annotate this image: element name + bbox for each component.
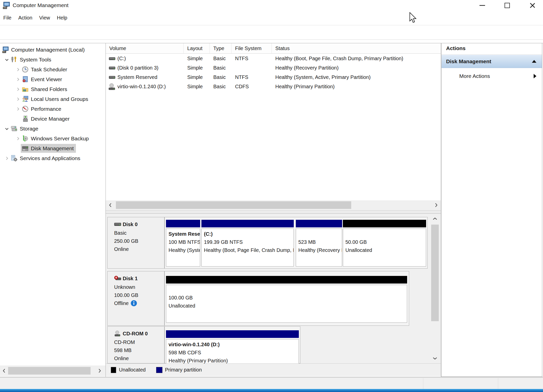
disk0-partition-region: System Reserved 100 MB NTFS Healthy (Sys… — [164, 217, 428, 269]
drive-icon — [109, 75, 115, 80]
column-header-layout[interactable]: Layout — [184, 43, 210, 53]
partition-c[interactable]: (C:) 199.39 GB NTFS Healthy (Boot, Page … — [201, 217, 294, 268]
expander-collapsed-icon[interactable] — [3, 155, 11, 162]
volume-type: Basic — [213, 82, 231, 91]
expander-expanded-icon[interactable] — [3, 56, 11, 63]
partition-unallocated-100gb[interactable]: 100.00 GB Unallocated — [166, 271, 407, 325]
disk1-partition-region: 100.00 GB Unallocated — [164, 271, 409, 326]
volume-status: Healthy (Recovery Partition) — [275, 63, 441, 73]
column-header-file-system[interactable]: File System — [232, 43, 272, 53]
scroll-right-icon[interactable] — [96, 366, 103, 375]
expander-collapsed-icon[interactable] — [14, 66, 22, 73]
menu-view[interactable]: View — [39, 15, 50, 21]
tree-item-task-scheduler[interactable]: Task Scheduler — [14, 64, 106, 74]
expander-collapsed-icon[interactable] — [14, 135, 22, 142]
scroll-left-icon[interactable] — [1, 366, 8, 375]
column-header-volume[interactable]: Volume — [106, 43, 184, 53]
system-tools-icon — [11, 56, 17, 63]
partition-color-bar — [296, 220, 342, 227]
tree-item-shared-folders[interactable]: Shared Folders — [14, 84, 106, 94]
disk-size: 100.00 GB — [114, 291, 164, 299]
volume-layout: Simple — [187, 73, 210, 82]
tree-item-label: Computer Management (Local) — [11, 47, 85, 53]
actions-section-disk-management[interactable]: Disk Management — [442, 55, 542, 68]
volume-fs: CDFS — [235, 82, 272, 91]
tree-item-performance[interactable]: Performance — [14, 104, 106, 114]
partition-recovery[interactable]: 523 MB Healthy (Recovery Partition) — [296, 217, 342, 268]
expander-collapsed-icon[interactable] — [14, 86, 22, 93]
tree-item-storage[interactable]: Storage — [3, 124, 106, 134]
maximize-button[interactable] — [499, 0, 515, 11]
scroll-left-icon[interactable] — [107, 201, 114, 209]
column-header-status[interactable]: Status — [272, 43, 441, 53]
center-pane-divider[interactable] — [441, 43, 441, 377]
expander-collapsed-icon[interactable] — [14, 76, 22, 83]
cdrom0-label[interactable]: CD-ROM 0 CD-ROM 598 MB Online — [107, 326, 164, 363]
partition-status: Healthy (Boot, Page File, Crash Dump, Pr… — [204, 246, 294, 254]
column-header-type[interactable]: Type — [210, 43, 232, 53]
disk-state: Online — [114, 354, 164, 362]
tree-item-system-tools[interactable]: System Tools — [3, 55, 106, 64]
disk-pane-vertical-scrollbar[interactable] — [430, 214, 440, 363]
volume-row[interactable]: (C:) Simple Basic NTFS Healthy (Boot, Pa… — [106, 54, 441, 63]
collapse-icon[interactable] — [532, 60, 536, 63]
volume-type: Basic — [213, 63, 231, 73]
more-actions-item[interactable]: More Actions — [442, 71, 542, 82]
pane-splitter[interactable] — [106, 210, 441, 214]
menu-help[interactable]: Help — [57, 15, 67, 21]
cd-drive-icon — [108, 83, 116, 91]
selected-tree-item-highlight: Disk Management — [21, 144, 76, 153]
partition-size: 523 MB — [298, 238, 342, 246]
disk0-label[interactable]: Disk 0 Basic 250.00 GB Online — [107, 217, 164, 269]
tree-item-event-viewer[interactable]: Event Viewer — [14, 74, 106, 84]
minimize-button[interactable] — [474, 0, 490, 11]
actions-title: Actions — [446, 45, 466, 51]
expander-expanded-icon[interactable] — [3, 125, 11, 132]
disk-state: Offline — [114, 299, 129, 307]
scrollbar-thumb[interactable] — [8, 367, 91, 375]
volume-row[interactable]: System Reserved Simple Basic NTFS Health… — [106, 73, 441, 82]
unallocated-swatch — [111, 367, 116, 373]
tree-item-computer-management[interactable]: Computer Management (Local) — [0, 45, 106, 55]
partition-size: 100 MB NTFS — [169, 238, 200, 246]
volume-name: System Reserved — [117, 73, 183, 82]
tree-item-local-users-and-groups[interactable]: Local Users and Groups — [14, 94, 106, 104]
expander-collapsed-icon[interactable] — [14, 106, 22, 112]
partition-virtio-d[interactable]: virtio-win-0.1.240 (D:) 598 MB CDFS Heal… — [166, 326, 299, 363]
tree-item-windows-server-backup[interactable]: Windows Server Backup — [14, 134, 106, 143]
partition-system-reserved[interactable]: System Reserved 100 MB NTFS Healthy (Sys… — [166, 217, 200, 268]
info-icon[interactable] — [131, 300, 137, 307]
volume-name: (Disk 0 partition 3) — [117, 63, 183, 73]
tree-horizontal-scrollbar[interactable] — [0, 365, 106, 376]
volume-fs: NTFS — [235, 54, 272, 63]
tree-item-disk-management[interactable]: Disk Management — [14, 143, 106, 153]
volume-row[interactable]: virtio-win-0.1.240 (D:) Simple Basic CDF… — [106, 82, 441, 91]
volume-status: Healthy (Boot, Page File, Crash Dump, Pr… — [275, 54, 441, 63]
tree-item-services-and-applications[interactable]: Services and Applications — [3, 153, 106, 163]
partition-size: 100.00 GB — [169, 294, 407, 302]
device-manager-icon — [22, 115, 29, 122]
volume-name: (C:) — [117, 54, 183, 63]
scroll-up-icon[interactable] — [431, 215, 439, 223]
menu-action[interactable]: Action — [18, 15, 32, 21]
volume-row[interactable]: (Disk 0 partition 3) Simple Basic Health… — [106, 63, 441, 73]
more-actions-label: More Actions — [459, 73, 490, 79]
scrollbar-thumb[interactable] — [116, 201, 351, 209]
tree-item-device-manager[interactable]: Device Manager — [14, 114, 106, 124]
volume-fs — [235, 63, 272, 73]
partition-color-bar — [166, 276, 407, 284]
tree-item-label: Device Manager — [31, 116, 70, 122]
menu-file[interactable]: File — [3, 15, 11, 21]
scroll-down-icon[interactable] — [431, 355, 439, 362]
expander-collapsed-icon[interactable] — [14, 96, 22, 102]
disk1-label[interactable]: Disk 1 Unknown 100.00 GB Offline — [107, 271, 164, 326]
partition-unallocated-50gb[interactable]: 50.00 GB Unallocated — [343, 217, 426, 268]
services-icon — [11, 155, 17, 162]
close-button[interactable] — [524, 0, 540, 11]
scroll-right-icon[interactable] — [433, 201, 440, 209]
scrollbar-thumb[interactable] — [431, 225, 439, 321]
legend-label: Unallocated — [119, 364, 146, 376]
volume-list-horizontal-scrollbar[interactable] — [106, 200, 441, 210]
partition-color-bar — [166, 330, 299, 338]
computer-management-window: Computer Management File Action View Hel… — [0, 0, 543, 392]
